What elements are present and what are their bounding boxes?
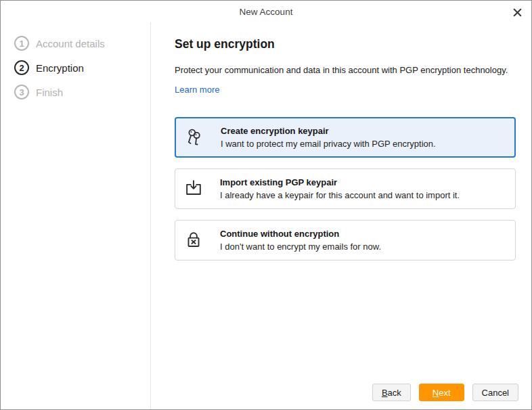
main-content: Set up encryption Protect your communica…: [151, 22, 531, 410]
encryption-options: Create encryption keypair I want to prot…: [175, 117, 516, 260]
option-title: Continue without encryption: [220, 229, 381, 240]
lock-x-icon: [182, 230, 205, 250]
close-icon[interactable]: [512, 7, 523, 18]
next-button[interactable]: Next: [419, 384, 464, 401]
cancel-button[interactable]: Cancel: [472, 384, 518, 401]
option-subtitle: I don't want to encrypt my emails for no…: [220, 242, 381, 252]
footer-buttons: Back Next Cancel: [372, 384, 518, 401]
dialog-body: 1 Account details 2 Encryption 3 Finish …: [1, 22, 531, 410]
new-account-dialog: New Account 1 Account details 2 Encrypti…: [0, 0, 532, 410]
option-text: Import existing PGP keypair I already ha…: [220, 177, 460, 201]
keys-icon: [183, 127, 206, 147]
step-number: 1: [14, 36, 29, 51]
titlebar: New Account: [1, 1, 531, 22]
page-title: Set up encryption: [175, 37, 516, 51]
step-number: 2: [14, 60, 29, 75]
option-import-keypair[interactable]: Import existing PGP keypair I already ha…: [175, 168, 516, 209]
step-label: Account details: [36, 38, 105, 49]
option-no-encryption[interactable]: Continue without encryption I don't want…: [175, 220, 516, 260]
option-text: Create encryption keypair I want to prot…: [221, 126, 436, 150]
step-encryption: 2 Encryption: [1, 55, 150, 80]
option-subtitle: I already have a keypair for this accoun…: [220, 190, 460, 201]
back-button[interactable]: Back: [372, 384, 411, 401]
description-text: Protect your communication and data in t…: [175, 65, 516, 76]
cancel-button-label: Cancel: [482, 388, 509, 398]
learn-more-link[interactable]: Learn more: [175, 85, 219, 95]
option-title: Import existing PGP keypair: [220, 177, 460, 188]
step-account-details: 1 Account details: [1, 31, 150, 55]
next-button-label: Next: [433, 388, 451, 398]
dialog-title: New Account: [240, 7, 293, 17]
option-create-keypair[interactable]: Create encryption keypair I want to prot…: [175, 117, 516, 158]
import-icon: [182, 179, 205, 199]
option-subtitle: I want to protect my email privacy with …: [221, 139, 436, 150]
step-number: 3: [14, 85, 29, 99]
wizard-steps: 1 Account details 2 Encryption 3 Finish: [1, 22, 151, 410]
option-title: Create encryption keypair: [221, 126, 436, 137]
back-button-label: Back: [382, 388, 401, 398]
option-text: Continue without encryption I don't want…: [220, 229, 381, 252]
step-finish: 3 Finish: [1, 80, 150, 104]
step-label: Encryption: [36, 62, 84, 74]
step-label: Finish: [36, 87, 63, 98]
